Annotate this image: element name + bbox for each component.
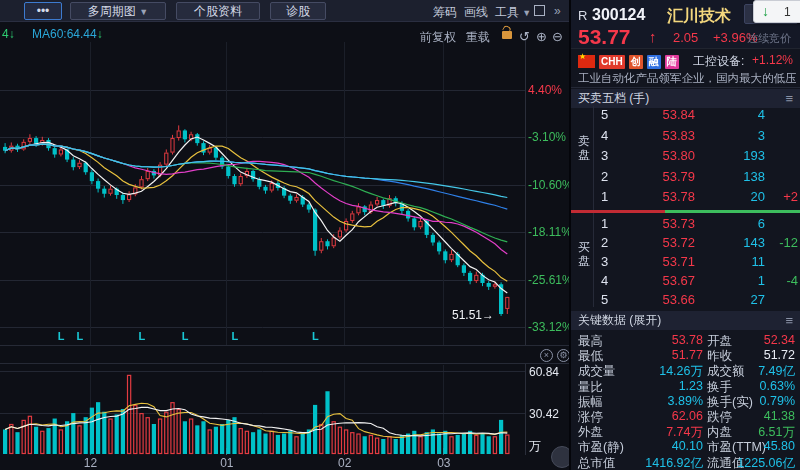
order-book-title: 买卖五档 (手) [578,91,649,105]
level-number: 2 [601,235,608,250]
stock-code: 300124 [592,6,645,24]
more-tabs-button[interactable]: ••• [24,2,62,20]
close-indicator-icon[interactable]: × [540,349,553,362]
buy-level-row[interactable]: 553.6627 [595,292,800,312]
buy-level-row[interactable]: 453.671-4 [595,273,800,293]
sell-level-row[interactable]: 253.79138 [595,169,800,189]
collapse-toolbar-icon[interactable]: » [554,4,561,18]
level-volume: 27 [699,292,765,307]
sell-level-row[interactable]: 153.7820+2 [595,189,800,209]
key-value: 51.77 [631,348,703,362]
stock-tag-badge: 创 [629,55,643,69]
buy-level-row[interactable]: 153.736 [595,216,800,236]
y-axis-label: -18.11% [528,225,572,239]
volume-unit-label: 万 [529,438,541,455]
chevron-down-icon: ▼ [139,7,148,17]
level-delta: +2 [765,189,798,204]
company-description[interactable]: 工业自动化产品领军企业，国内最大的低压变... [578,71,796,86]
key-value: 51.72 [723,348,795,362]
sell-level-row[interactable]: 353.80193 [595,148,800,168]
level-number: 1 [601,216,608,231]
pane-divider [0,345,570,346]
level-volume: 138 [699,169,765,184]
level-volume: 3 [699,128,765,143]
undo-icon[interactable]: ↺ [519,29,530,44]
tools-label: 工具 [495,5,519,19]
tools-menu-button[interactable]: 工具 ▼ [495,4,531,21]
last-price: 53.77 [578,25,631,49]
reload-button[interactable]: 重载 [466,29,490,46]
y-axis-label: -25.61% [528,273,573,287]
price-up-arrow-icon: ↑ [649,28,657,45]
key-value: 52.34 [723,333,795,347]
key-data-row: 振幅3.89%换手(实)0.79% [571,394,800,409]
key-value: 0.63% [723,379,795,393]
level-number: 5 [601,292,608,307]
zoom-in-icon[interactable]: ⊕ [536,29,547,44]
stock-tag-badge: CHH [599,55,625,69]
lowest-price-tag: 51.51→ [452,308,494,322]
order-book-menu-icon[interactable]: ≡ [785,89,793,108]
level-price: 53.83 [625,128,695,143]
key-value: 62.06 [631,409,703,423]
quote-header: R 300124 汇川技术 加自选 ↓ 1 53.77 ↑ 2.05 +3.96… [571,0,800,49]
order-book-header: 买卖五档 (手) ≡ [571,89,800,108]
ma-value-partial: 4↓ [2,27,15,41]
x-axis-month-label: 01 [220,456,233,470]
forward-adjust-button[interactable]: 前复权 [420,29,456,46]
key-data-row: 市盈(静)40.10市盈(TTM)45.80 [571,439,800,454]
sell-level-row[interactable]: 453.833 [595,128,800,148]
buy-level-row[interactable]: 253.72143-12 [595,235,800,255]
key-value: 40.10 [631,439,703,453]
sell-side-label: 卖盘 [577,134,591,162]
kline-chart-canvas[interactable] [0,0,570,470]
stock-app-window: ••• 多周期图 ▼ 个股资料 诊股 筹码 画线 工具 ▼ » 4↓ MA60:… [0,0,800,470]
volume-axis-label: 30.42 [529,407,559,421]
multi-period-button[interactable]: 多周期图 ▼ [70,2,166,20]
order-book-gutter-line [593,106,594,307]
pane-divider [0,363,570,364]
stock-name: 汇川技术 [667,6,731,27]
key-value: 1416.92亿 [631,455,703,470]
lock-icon[interactable] [502,31,512,39]
level-price: 53.80 [625,148,695,163]
key-data-header: 关键数据 (展开) ≡ [571,311,800,330]
stock-info-button[interactable]: 个股资料 [176,2,260,20]
diagnose-button[interactable]: 诊股 [270,2,326,20]
fullscreen-icon[interactable] [534,5,545,16]
key-data-title[interactable]: 关键数据 (展开) [578,313,661,327]
volume-axis-label: 60.84 [529,365,559,379]
sector-label[interactable]: 工控设备: [693,53,744,70]
tag-badges: ★CHH创融陆 [578,52,683,68]
key-data-menu-icon[interactable]: ≡ [785,311,793,330]
y-axis-label: 4.40% [528,83,562,97]
level-number: 5 [601,107,608,122]
top-toolbar: ••• 多周期图 ▼ 个股资料 诊股 筹码 画线 工具 ▼ » [0,0,570,22]
buy-side-label: 买盘 [577,240,591,268]
key-data-row: 量比1.23换手0.63% [571,379,800,394]
x-axis-month-label: 12 [84,456,97,470]
chips-tool-button[interactable]: 筹码 [433,4,457,21]
level-volume: 11 [699,254,765,269]
x-axis-month-label: 02 [338,456,351,470]
buy-sell-ratio-bar [571,210,800,213]
trading-phase: 连续竞价 [747,31,791,46]
multi-period-label: 多周期图 [88,4,136,18]
buy-level-row[interactable]: 353.7111 [595,254,800,274]
level-price: 53.78 [625,189,695,204]
level-volume: 20 [699,189,765,204]
key-value: 1225.06亿 [723,455,795,470]
y-axis-label: -10.60% [528,178,573,192]
download-count: 1 [784,5,791,19]
china-flag-icon: ★ [578,55,595,68]
download-notification[interactable]: ↓ 1 [753,0,800,23]
level-number: 2 [601,169,608,184]
level-price: 53.71 [625,254,695,269]
ma60-label: MA60:64.44↓ [32,27,103,41]
sell-level-row[interactable]: 553.844 [595,107,800,127]
level-price: 53.67 [625,273,695,288]
draw-line-button[interactable]: 画线 [464,4,488,21]
sell-ratio-segment [571,210,665,213]
download-arrow-icon: ↓ [762,3,769,19]
key-value: 3.89% [631,394,703,408]
